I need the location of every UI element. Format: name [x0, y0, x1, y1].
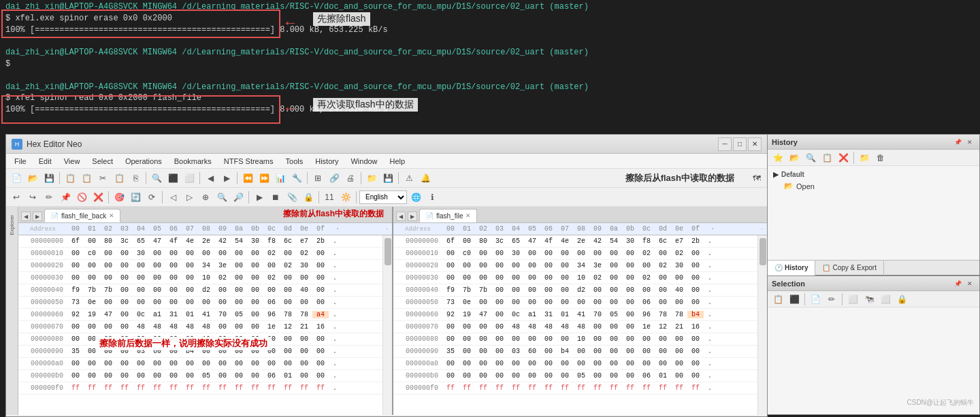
save-button[interactable]: 💾: [42, 171, 56, 186]
menu-bookmarks[interactable]: Bookmarks: [169, 156, 217, 167]
close-button[interactable]: ✕: [748, 137, 762, 151]
tb-btn-4[interactable]: ✂: [95, 171, 110, 186]
hist-btn-6[interactable]: 📁: [857, 150, 872, 165]
hist-btn-3[interactable]: 🔍: [803, 150, 818, 165]
menu-history[interactable]: History: [310, 156, 344, 167]
table-row[interactable]: 00000060921947000ca1310141700500967878b4…: [393, 309, 757, 321]
tb2-btn-14[interactable]: 🔎: [231, 190, 246, 205]
menu-operations[interactable]: Operations: [120, 156, 167, 167]
tb2-btn-6[interactable]: ❌: [91, 190, 105, 205]
tb-btn-15[interactable]: 🔧: [289, 171, 304, 186]
table-row[interactable]: 0000001000c00000300000000000000002000200…: [393, 248, 757, 260]
scroll-thumb-left[interactable]: [385, 238, 391, 265]
tb-btn-3[interactable]: 📋: [79, 171, 94, 186]
tb-btn-17[interactable]: 🔗: [327, 171, 342, 186]
table-row[interactable]: 000000a000000000000000000000000000000000…: [18, 358, 382, 370]
tb2-btn-7[interactable]: 🎯: [112, 190, 127, 205]
table-row[interactable]: 00000050730e0000000000000000000006000000…: [393, 297, 757, 309]
table-row[interactable]: 000000b000000000000000000500000006010000…: [18, 370, 382, 382]
tb2-btn-8[interactable]: 🔄: [128, 190, 143, 205]
history-open-item[interactable]: 📂 Open: [770, 180, 977, 192]
tab-flash-back[interactable]: 📄 flash_file_back ✕: [44, 209, 120, 222]
open-button[interactable]: 📂: [25, 171, 40, 186]
tb-btn-20[interactable]: 💾: [380, 171, 395, 186]
sel-btn-2[interactable]: ⬛: [787, 292, 802, 307]
undo-button[interactable]: ↩: [9, 190, 24, 205]
selection-pin-btn[interactable]: 📌: [952, 278, 963, 289]
sel-btn-3[interactable]: 📄: [808, 292, 823, 307]
hist-btn-4[interactable]: 📋: [819, 150, 834, 165]
menu-edit[interactable]: Edit: [33, 156, 57, 167]
table-row[interactable]: 0000001000c00000300000000000000002000200…: [18, 248, 382, 260]
menu-view[interactable]: View: [59, 156, 86, 167]
tb2-btn-5[interactable]: 🚫: [74, 190, 89, 205]
tb-btn-10[interactable]: ◀: [203, 171, 218, 186]
table-row[interactable]: 000000006f00803c65474f4e2e425430f86ce72b…: [393, 235, 757, 248]
table-row[interactable]: 000000200000000000000000343e000000023000…: [393, 260, 757, 272]
redo-button[interactable]: ↪: [25, 190, 40, 205]
scrollbar-right[interactable]: [757, 235, 767, 415]
restore-button[interactable]: □: [733, 137, 747, 151]
tb-btn-6[interactable]: ⎘: [128, 171, 143, 186]
tb2-globe[interactable]: 🌐: [408, 190, 423, 205]
tb-btn-5[interactable]: 📋: [112, 171, 127, 186]
tb-btn-18[interactable]: 🖨: [343, 171, 358, 186]
table-row[interactable]: 000000006f00803c65474f4e2e425430f86ce72b…: [18, 235, 382, 248]
table-row[interactable]: 000000700000000048484848480000001e122116…: [18, 321, 382, 333]
menu-file[interactable]: File: [9, 156, 32, 167]
tb2-btn-16[interactable]: ⏹: [268, 190, 283, 205]
tb2-info[interactable]: ℹ: [425, 190, 440, 205]
table-row[interactable]: 0000009035000000036000b40000000000000000…: [18, 346, 382, 358]
tb2-btn-13[interactable]: 🔍: [214, 190, 229, 205]
sel-btn-5[interactable]: ⬜: [845, 292, 860, 307]
tb2-btn-10[interactable]: ◁: [165, 190, 180, 205]
tb-btn-2[interactable]: 📋: [63, 171, 78, 186]
table-row[interactable]: 000000700000000048484848480000001e122116…: [393, 321, 757, 333]
tab-next-btn-right[interactable]: ▶: [408, 212, 417, 221]
history-default-group[interactable]: ▶ Default: [770, 169, 977, 180]
sel-btn-8[interactable]: 🔒: [894, 292, 909, 307]
selection-close-btn[interactable]: ✕: [964, 278, 975, 289]
history-pin-btn[interactable]: 📌: [952, 137, 963, 148]
table-row[interactable]: 0000003000000000000000001002000002000000…: [18, 272, 382, 284]
tab-prev-btn-right[interactable]: ◀: [396, 212, 406, 221]
table-row[interactable]: 00000040f97b7b0000000000d200000000004000…: [393, 284, 757, 297]
table-row[interactable]: 0000003000000000000000001002000002000000…: [393, 272, 757, 284]
hist-btn-7[interactable]: 🗑: [873, 150, 888, 165]
hist-btn-1[interactable]: ⭐: [770, 150, 785, 165]
table-row[interactable]: 000000f0ffffffffffffffffffffffffffffffff…: [18, 382, 382, 395]
menu-window[interactable]: Window: [345, 156, 382, 167]
tb2-btn-18[interactable]: 🔒: [301, 190, 316, 205]
table-row[interactable]: 000000200000000000000000343e000000023000…: [18, 260, 382, 272]
tb-btn-13[interactable]: ⏩: [257, 171, 272, 186]
scroll-thumb-right[interactable]: [760, 238, 766, 265]
sel-btn-4[interactable]: ✏: [824, 292, 839, 307]
tb2-btn-11[interactable]: ▷: [182, 190, 197, 205]
table-row[interactable]: 000000a000000000000000000000000000000000…: [393, 358, 757, 370]
table-row[interactable]: 00000050730e0000000000000000000006000000…: [18, 297, 382, 309]
sel-btn-7[interactable]: ⬜: [878, 292, 893, 307]
history-tab-history[interactable]: 🕐 History: [768, 261, 815, 276]
table-row[interactable]: 0000009035000000036000b40000000000000000…: [393, 346, 757, 358]
tab-flash-file[interactable]: 📄 flash_file ✕: [419, 209, 477, 222]
menu-tools[interactable]: Tools: [280, 156, 309, 167]
hist-btn-5[interactable]: ❌: [836, 150, 851, 165]
tb2-btn-12[interactable]: ⊕: [198, 190, 213, 205]
table-row[interactable]: 0000008000000000000000001000000000000000…: [393, 333, 757, 346]
tb-btn-12[interactable]: ⏪: [240, 171, 255, 186]
table-row[interactable]: 0000008000000000000000001000000000000000…: [18, 333, 382, 346]
tb-btn-right[interactable]: 🗺: [749, 171, 764, 186]
tab-close-right[interactable]: ✕: [466, 212, 471, 219]
sel-btn-1[interactable]: 📋: [770, 292, 785, 307]
menu-select[interactable]: Select: [86, 156, 118, 167]
tb2-btn-4[interactable]: 📌: [58, 190, 73, 205]
tb-btn-22[interactable]: 🔔: [418, 171, 433, 186]
hist-btn-2[interactable]: 📂: [787, 150, 802, 165]
minimize-button[interactable]: ─: [718, 137, 732, 151]
table-row[interactable]: 00000060921947000ca1310141700500967878a4…: [18, 309, 382, 321]
tab-next-btn[interactable]: ▶: [33, 212, 42, 221]
tb2-btn-20[interactable]: 🔆: [338, 190, 353, 205]
tb2-btn-17[interactable]: 📎: [284, 190, 299, 205]
history-close-btn[interactable]: ✕: [964, 137, 975, 148]
history-tab-copy[interactable]: 📋 Copy & Export: [815, 261, 883, 276]
